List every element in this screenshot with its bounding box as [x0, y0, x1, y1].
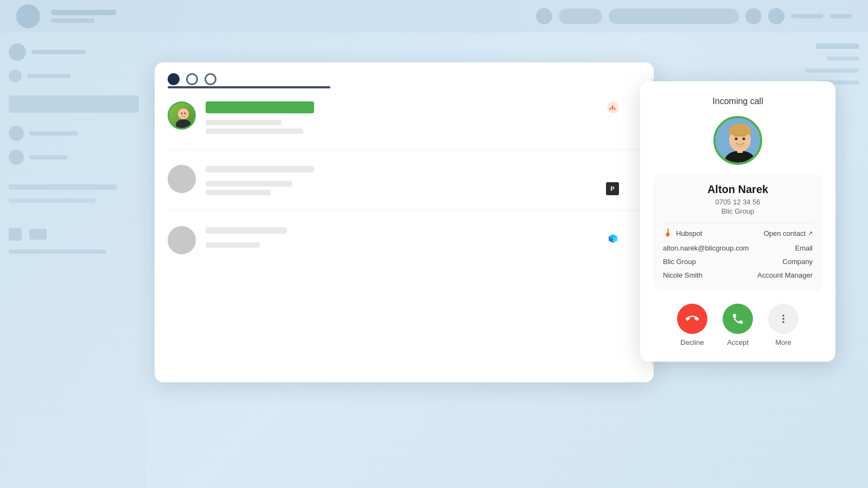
detail-row-company: Blic Group Company: [663, 255, 813, 268]
more-options-btn[interactable]: More: [768, 304, 799, 346]
incoming-call-title: Incoming call: [712, 97, 763, 106]
open-contact-btn[interactable]: Open contact ↗: [764, 229, 813, 237]
incoming-call-panel: Incoming call: [640, 81, 835, 362]
email-label: Email: [795, 244, 813, 252]
hubspot-icon-1: ሐ: [607, 101, 619, 117]
svg-text:ሐ: ሐ: [609, 103, 616, 112]
manager-value: Nicole Smith: [663, 271, 703, 279]
contact-detail-3a: [206, 242, 260, 248]
caller-name: Alton Narek: [663, 183, 813, 196]
contact-detail-1b: [206, 129, 303, 134]
contact-detail-1a: [206, 120, 282, 125]
svg-point-16: [735, 138, 738, 140]
paddle-icon: P: [606, 182, 619, 195]
contact-avatar-1: [168, 101, 196, 130]
svg-point-2: [178, 108, 189, 119]
detail-row-hubspot: Hubspot Open contact ↗: [663, 226, 813, 241]
svg-point-22: [782, 321, 784, 323]
contact-detail-2a: [206, 181, 292, 187]
svg-point-21: [782, 318, 784, 320]
call-actions: Decline Accept More: [677, 304, 799, 346]
contact-info-3: [206, 226, 641, 248]
contact-row-3: [168, 226, 641, 254]
caller-avatar: [713, 116, 762, 165]
caller-phone: 0705 12 34 56: [663, 198, 813, 206]
contact-avatar-2: [168, 165, 196, 193]
more-circle[interactable]: [768, 304, 799, 334]
accept-circle[interactable]: [723, 304, 753, 334]
contact-info-2: P: [206, 165, 641, 195]
contact-name-bar-3: [206, 227, 287, 234]
contact-avatar-3: [168, 226, 196, 254]
contact-detail-2b: [206, 190, 271, 195]
detail-row-email: alton.narek@blicgroup.com Email: [663, 241, 813, 255]
airtable-icon: [607, 233, 619, 248]
contact-row-2: P: [168, 165, 641, 195]
contact-row-1: ሐ: [168, 101, 641, 134]
detail-left-hubspot: Hubspot: [663, 228, 702, 239]
detail-left-company: Blic Group: [663, 258, 696, 266]
hubspot-logo-small: [663, 228, 672, 239]
contact-info-1: ሐ: [206, 101, 641, 134]
window-underline: [168, 86, 330, 88]
window-content: ሐ P: [155, 85, 654, 382]
window-dot-3: [205, 73, 216, 85]
window-topbar: [155, 62, 654, 85]
external-link-icon: ↗: [808, 230, 813, 237]
svg-point-20: [782, 314, 784, 317]
company-label: Company: [782, 258, 813, 266]
manager-label: Account Manager: [757, 271, 813, 279]
decline-circle[interactable]: [677, 304, 707, 334]
accept-call-btn[interactable]: Accept: [723, 304, 753, 346]
svg-point-17: [743, 138, 745, 140]
accept-label: Accept: [727, 338, 749, 346]
decline-label: Decline: [680, 338, 704, 346]
window-dot-2: [186, 73, 198, 85]
decline-call-btn[interactable]: Decline: [677, 304, 707, 346]
detail-row-manager: Nicole Smith Account Manager: [663, 268, 813, 282]
more-label: More: [775, 338, 792, 346]
svg-point-3: [181, 113, 183, 114]
contact-name-bar-1: [206, 101, 314, 113]
svg-point-4: [184, 113, 186, 114]
email-value: alton.narek@blicgroup.com: [663, 244, 749, 252]
svg-point-18: [735, 143, 745, 147]
main-window: ሐ P: [155, 62, 654, 382]
caller-info-card: Alton Narek 0705 12 34 56 Blic Group Hub…: [653, 175, 822, 291]
detail-left-manager: Nicole Smith: [663, 271, 703, 279]
caller-company: Blic Group: [663, 207, 813, 215]
detail-left-email: alton.narek@blicgroup.com: [663, 244, 749, 252]
window-dot-1: [168, 73, 180, 85]
svg-point-19: [668, 233, 670, 235]
company-value: Blic Group: [663, 258, 696, 266]
svg-point-1: [176, 119, 191, 130]
hubspot-label: Hubspot: [676, 229, 702, 237]
contact-name-bar-2: [206, 166, 314, 172]
svg-rect-15: [729, 129, 751, 134]
caller-details: Hubspot Open contact ↗ alton.narek@blicg…: [663, 226, 813, 282]
